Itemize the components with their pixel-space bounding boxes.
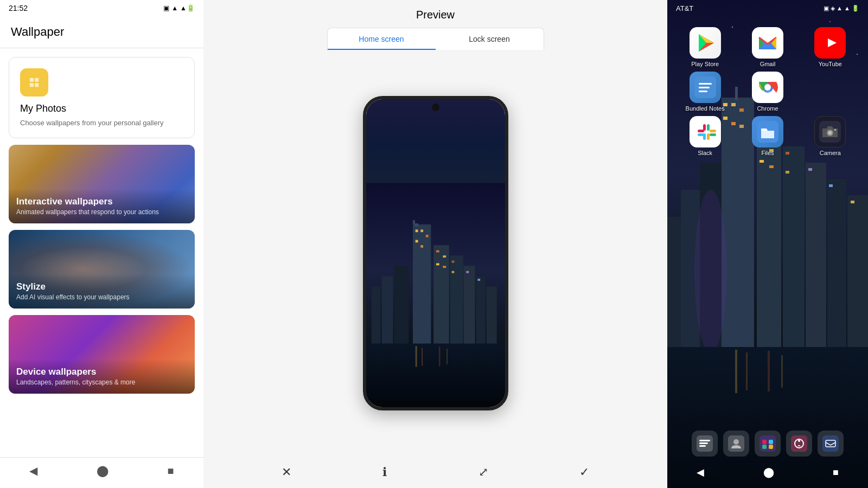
stylize-overlay: Stylize Add AI visual effects to your wa… [9,274,195,309]
left-panel: 21:52 ▣ ▲ ▲🔋 Wallpaper My Photos Choose … [0,0,203,488]
svg-rect-96 [707,124,710,131]
camera-label: Camera [820,150,841,156]
home-button[interactable]: ⬤ [97,464,108,477]
tab-lock-screen[interactable]: Lock screen [436,28,544,50]
svg-rect-29 [477,279,480,281]
chrome-icon [752,72,783,103]
device-title: Device wallpapers [16,367,187,377]
dock-icon-5[interactable] [818,431,844,457]
app-item-slack[interactable]: Slack [676,116,734,156]
svg-rect-36 [446,349,448,364]
bundled-label: Bundled Notes [686,105,725,112]
svg-rect-93 [698,130,704,132]
info-button[interactable]: ℹ [382,465,387,479]
phone-frame [363,96,508,410]
app-item-files[interactable]: Files [738,116,796,156]
photos-svg-icon [27,75,42,90]
phone-preview-container [363,50,508,457]
slack-label: Slack [698,150,712,156]
svg-rect-73 [768,351,770,391]
svg-rect-64 [786,171,789,174]
status-icons-left: ▣ ▲ ▲🔋 [163,4,195,12]
svg-rect-98 [710,130,716,132]
svg-rect-23 [443,255,446,258]
city-skyline-svg [366,176,505,407]
preview-bottom-bar: ✕ ℹ ⤢ ✓ [203,457,667,488]
app-item-chrome[interactable]: Chrome [738,72,796,112]
svg-rect-32 [366,344,505,401]
dock-icon-2-svg [728,435,744,452]
svg-rect-118 [791,435,807,452]
stylize-desc: Add AI visual effects to your wallpapers [16,293,187,301]
svg-rect-24 [451,261,454,263]
back-button[interactable]: ◀ [29,464,37,477]
dock-icon-4[interactable] [786,431,812,457]
svg-rect-12 [425,235,428,237]
app-item-gmail[interactable]: Gmail [738,27,796,67]
dock-icon-3[interactable] [755,431,781,457]
svg-rect-66 [829,184,833,187]
svg-rect-26 [443,266,446,268]
battery-icon: ▲🔋 [180,4,195,12]
carrier-label: AT&T [676,4,693,12]
apply-button[interactable]: ✓ [579,465,589,479]
svg-rect-114 [762,440,767,444]
svg-rect-22 [436,251,439,253]
close-button[interactable]: ✕ [282,465,291,479]
status-time: 21:52 [9,4,28,12]
svg-rect-108 [699,440,710,441]
right-recents-button[interactable]: ■ [833,467,839,478]
svg-point-90 [764,84,771,91]
svg-rect-27 [451,271,454,273]
slack-svg [694,121,716,143]
nav-bar-right: ◀ ⬤ ■ [667,461,868,488]
app-item-camera[interactable]: Camera [801,116,859,156]
recents-button[interactable]: ■ [168,465,174,477]
svg-rect-34 [422,348,423,365]
svg-rect-87 [699,91,707,92]
svg-point-68 [694,190,727,352]
phone-notch [432,104,439,111]
phone-wallpaper [366,99,505,407]
svg-rect-17 [433,245,449,349]
gmail-svg [757,32,778,54]
preview-title: Preview [416,0,455,28]
app-item-youtube[interactable]: YouTube [801,27,859,67]
svg-rect-113 [760,435,776,452]
svg-rect-67 [851,201,854,203]
playstore-svg [694,32,716,54]
dock-icon-3-svg [760,435,776,452]
svg-rect-11 [420,229,423,232]
tab-home-screen[interactable]: Home screen [328,28,436,50]
svg-rect-95 [703,133,706,140]
app-item-playstore[interactable]: Play Store [676,27,734,67]
my-photos-icon [20,68,48,97]
bundled-icon [690,72,721,103]
svg-rect-3 [30,83,34,87]
svg-rect-63 [769,165,774,168]
right-home-button[interactable]: ⬤ [763,466,774,478]
svg-rect-33 [415,346,417,367]
app-item-bundled[interactable]: Bundled Notes [676,72,734,112]
svg-point-112 [733,439,739,445]
expand-button[interactable]: ⤢ [478,465,488,479]
dock-icon-5-svg [822,435,839,452]
svg-rect-21 [486,286,496,349]
svg-rect-110 [699,445,706,447]
slack-icon [690,116,721,147]
device-wallpapers-card[interactable]: Device wallpapers Landscapes, patterns, … [9,315,195,394]
stylize-card[interactable]: Stylize Add AI visual effects to your wa… [9,230,195,309]
dock-icon-4-svg [791,435,807,452]
dock-icon-1[interactable] [692,431,718,457]
dock-row [667,426,868,461]
page-title: Wallpaper [0,16,203,48]
interactive-wallpapers-card[interactable]: Interactive wallpapers Animated wallpape… [9,145,195,223]
svg-rect-71 [735,350,737,393]
signal-icon: ▣ [163,4,169,12]
right-signal-icon: ▣ ◈ ▲ ▲ 🔋 [824,5,859,11]
my-photos-card[interactable]: My Photos Choose wallpapers from your pe… [9,57,195,138]
dock-icon-2[interactable] [723,431,749,457]
right-back-button[interactable]: ◀ [697,466,704,478]
wallpaper-items-list: My Photos Choose wallpapers from your pe… [0,48,203,457]
status-bar-left: 21:52 ▣ ▲ ▲🔋 [0,0,203,16]
